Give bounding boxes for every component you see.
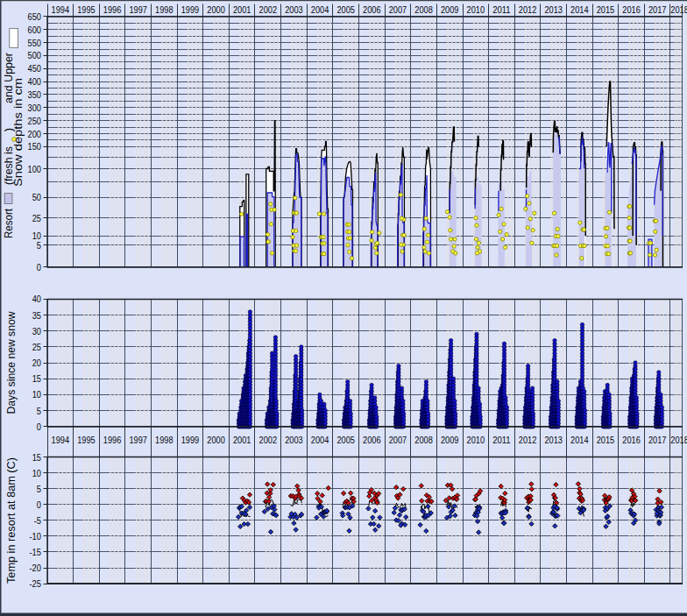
- svg-text:2015: 2015: [597, 4, 615, 15]
- svg-text:2009: 2009: [441, 435, 459, 445]
- svg-text:2001: 2001: [233, 435, 251, 445]
- svg-text:2000: 2000: [207, 4, 225, 15]
- svg-text:25: 25: [32, 342, 41, 352]
- svg-text:2006: 2006: [363, 4, 381, 15]
- svg-text:250: 250: [28, 116, 42, 126]
- svg-text:1995: 1995: [77, 4, 96, 15]
- svg-text:-15: -15: [30, 547, 42, 557]
- svg-text:2018: 2018: [670, 4, 687, 15]
- svg-text:2009: 2009: [441, 4, 459, 15]
- svg-text:0: 0: [37, 421, 41, 432]
- svg-text:1998: 1998: [155, 435, 174, 445]
- svg-text:1996: 1996: [103, 435, 122, 445]
- svg-text:20: 20: [32, 358, 41, 368]
- svg-text:1997: 1997: [129, 4, 147, 15]
- svg-text:2012: 2012: [519, 4, 537, 15]
- svg-text:1999: 1999: [181, 435, 200, 445]
- svg-text:-20: -20: [30, 563, 42, 573]
- svg-text:50: 50: [32, 192, 41, 202]
- svg-text:10: 10: [32, 389, 41, 400]
- svg-text:1999: 1999: [181, 4, 200, 15]
- svg-text:Days since new snow: Days since new snow: [4, 311, 18, 414]
- svg-text:-5: -5: [34, 515, 41, 526]
- svg-text:35: 35: [32, 310, 41, 321]
- svg-text:2013: 2013: [544, 4, 563, 15]
- svg-text:1997: 1997: [129, 435, 147, 445]
- svg-text:2005: 2005: [336, 4, 355, 15]
- svg-text:650: 650: [28, 11, 42, 22]
- svg-text:100: 100: [28, 164, 42, 174]
- svg-text:2016: 2016: [622, 435, 641, 445]
- svg-text:Resort: Resort: [2, 209, 15, 238]
- svg-text:2014: 2014: [570, 435, 589, 445]
- svg-text:15: 15: [32, 373, 41, 384]
- svg-text:2000: 2000: [207, 435, 225, 445]
- svg-text:Temp in resort at 8am (C): Temp in resort at 8am (C): [4, 457, 18, 584]
- svg-text:2011: 2011: [492, 4, 511, 15]
- svg-text:0: 0: [37, 262, 41, 273]
- svg-text:2002: 2002: [259, 435, 278, 445]
- svg-text:500: 500: [28, 50, 42, 60]
- svg-text:Snow depths in cm: Snow depths in cm: [11, 78, 25, 187]
- svg-text:2014: 2014: [570, 4, 589, 15]
- svg-text:5: 5: [37, 406, 41, 416]
- svg-text:-10: -10: [30, 531, 42, 542]
- svg-text:1994: 1994: [52, 4, 70, 15]
- svg-text:0: 0: [37, 499, 41, 510]
- svg-text:550: 550: [28, 38, 42, 48]
- svg-text:300: 300: [28, 103, 42, 113]
- svg-text:2005: 2005: [336, 435, 355, 445]
- svg-text:1998: 1998: [155, 4, 174, 15]
- svg-text:30: 30: [32, 326, 41, 336]
- svg-text:2010: 2010: [467, 435, 485, 445]
- svg-text:2017: 2017: [648, 4, 667, 15]
- svg-text:10: 10: [32, 230, 41, 241]
- svg-text:-25: -25: [30, 578, 42, 589]
- svg-text:2013: 2013: [544, 435, 563, 445]
- svg-text:600: 600: [28, 25, 42, 35]
- svg-text:2006: 2006: [363, 435, 381, 445]
- svg-text:40: 40: [32, 294, 41, 304]
- svg-text:2015: 2015: [597, 435, 615, 445]
- svg-text:450: 450: [28, 63, 42, 74]
- svg-text:2011: 2011: [492, 435, 511, 445]
- svg-text:2003: 2003: [285, 4, 303, 15]
- svg-text:10: 10: [32, 468, 41, 478]
- svg-text:2008: 2008: [414, 4, 433, 15]
- svg-text:1994: 1994: [52, 435, 70, 445]
- svg-text:2007: 2007: [389, 435, 407, 445]
- svg-text:2017: 2017: [648, 435, 667, 445]
- svg-text:400: 400: [28, 76, 42, 87]
- svg-text:2012: 2012: [519, 435, 537, 445]
- svg-text:2004: 2004: [311, 435, 329, 445]
- svg-text:5: 5: [37, 240, 41, 251]
- svg-text:2001: 2001: [233, 4, 251, 15]
- svg-text:2002: 2002: [259, 4, 278, 15]
- svg-text:2007: 2007: [389, 4, 407, 15]
- svg-text:1995: 1995: [77, 435, 96, 445]
- svg-text:5: 5: [37, 484, 41, 494]
- svg-text:15: 15: [32, 452, 41, 463]
- svg-text:350: 350: [28, 89, 42, 100]
- svg-text:2018: 2018: [670, 435, 687, 445]
- svg-text:2010: 2010: [467, 4, 485, 15]
- svg-text:1996: 1996: [103, 4, 122, 15]
- svg-text:2016: 2016: [622, 4, 641, 15]
- svg-text:2008: 2008: [414, 435, 433, 445]
- svg-text:200: 200: [28, 129, 42, 139]
- svg-text:150: 150: [28, 141, 42, 152]
- svg-text:2004: 2004: [311, 4, 329, 15]
- svg-text:2003: 2003: [285, 435, 303, 445]
- svg-text:25: 25: [32, 213, 41, 223]
